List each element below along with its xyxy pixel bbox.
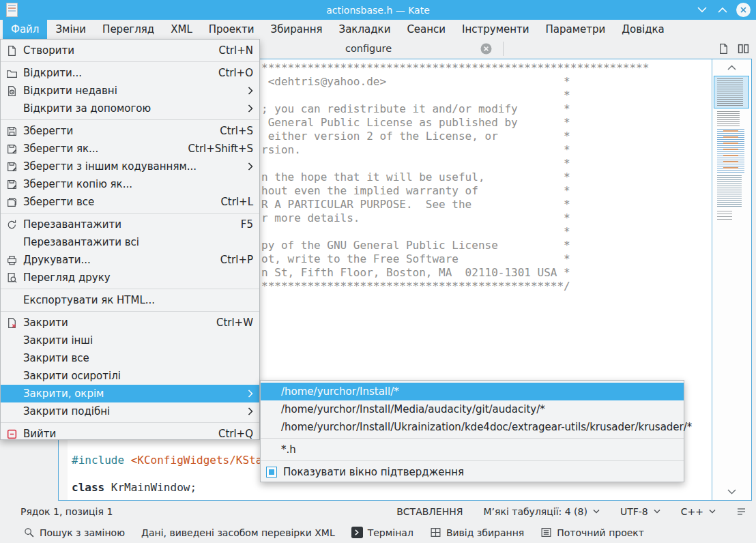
menu-item-close-all[interactable]: Закрити все <box>1 349 259 367</box>
submenu-item-path-install[interactable]: /home/yurchor/Install/* <box>261 383 684 400</box>
save-icon <box>6 126 18 137</box>
menu-item-reload-all[interactable]: Перезавантажити всі <box>1 233 259 251</box>
toolview-button-build-output[interactable]: Вивід збирання <box>430 527 524 538</box>
submenu-item-label: /home/yurchor/Install/Media/audacity/git… <box>281 403 545 415</box>
build-output-icon <box>430 527 441 538</box>
menubar-item-bookmarks[interactable]: Закладки <box>331 20 399 39</box>
menu-item-label: Відкрити недавні <box>23 85 238 97</box>
toolview-button-xml-check-output[interactable]: Дані, виведені засобом перевірки XML <box>141 527 335 538</box>
language-dropdown[interactable]: C++ <box>681 506 716 517</box>
toolview-button-current-project[interactable]: Поточний проект <box>540 527 644 538</box>
minimap-scrollbar[interactable] <box>712 59 751 500</box>
menu-item-label: Закрити подібні <box>23 405 238 417</box>
submenu-item-pattern-h[interactable]: *.h <box>261 441 684 458</box>
toolview-button-search-replace[interactable]: Пошук з заміною <box>23 527 125 538</box>
menu-item-shortcut: Ctrl+N <box>219 44 253 57</box>
menu-item-label: Створити <box>23 44 205 57</box>
new-document-icon[interactable] <box>718 43 729 55</box>
menu-separator <box>1 289 259 289</box>
print-icon <box>6 254 18 266</box>
menu-item-label: Зберегти копію як... <box>23 178 253 190</box>
titlebar[interactable]: actionsbase.h — Kate <box>0 0 756 20</box>
menubar-item-label: Перегляд <box>102 23 154 35</box>
icon-spacer <box>6 388 18 400</box>
statusbar: Рядок 1, позиція 1 ВСТАВЛЕННЯ М’які табу… <box>0 501 756 522</box>
menu-item-open-with[interactable]: Відкрити за допомогою <box>1 100 259 117</box>
menubar-item-view[interactable]: Перегляд <box>94 20 162 39</box>
submenu-item-path-audacity[interactable]: /home/yurchor/Install/Media/audacity/git… <box>261 400 684 418</box>
menu-item-export-html[interactable]: Експортувати як HTML... <box>1 291 259 309</box>
menu-item-reload[interactable]: ПерезавантажитиF5 <box>1 216 259 233</box>
menu-item-print-preview[interactable]: Перегляд друку <box>1 269 259 287</box>
tab-configure[interactable]: configure <box>287 39 450 59</box>
submenu-item-confirm-toggle[interactable]: Показувати вікно підтвердження <box>261 463 684 481</box>
menu-item-quit[interactable]: ВийтиCtrl+Q <box>1 425 259 443</box>
menu-item-open-recent[interactable]: Відкрити недавні <box>1 82 259 100</box>
close-icon[interactable] <box>736 3 751 17</box>
chevron-right-icon <box>248 104 253 113</box>
scroll-down-icon[interactable] <box>712 489 751 495</box>
menu-item-shortcut: F5 <box>241 218 253 231</box>
save-as-icon <box>6 161 18 173</box>
menu-item-close-like[interactable]: Закрити подібні <box>1 402 259 420</box>
tab-close-icon[interactable] <box>480 43 492 55</box>
menu-item-save-copy-as[interactable]: Зберегти копію як... <box>1 175 259 193</box>
menu-item-save-as[interactable]: Зберегти як...Ctrl+Shift+S <box>1 140 259 158</box>
menubar-item-settings[interactable]: Параметри <box>538 20 614 39</box>
menu-item-save-all[interactable]: Зберегти всеCtrl+L <box>1 193 259 211</box>
menubar-item-label: Закладки <box>339 23 391 35</box>
menu-item-print[interactable]: Друкувати...Ctrl+P <box>1 251 259 269</box>
include-keyword: #include <box>72 454 131 467</box>
minimap-text-block <box>717 111 740 126</box>
submenu-item-label: /home/yurchor/Install/* <box>281 385 399 398</box>
menubar-item-projects[interactable]: Проекти <box>201 20 263 39</box>
menubar-item-label: Файл <box>11 23 39 35</box>
line-settings-icon[interactable] <box>736 507 746 516</box>
menu-item-save[interactable]: ЗберегтиCtrl+S <box>1 122 259 140</box>
chevron-down-icon <box>654 509 660 514</box>
menubar-item-sessions[interactable]: Сеанси <box>398 20 454 39</box>
menubar-item-label: Проекти <box>209 23 255 35</box>
kate-window: actionsbase.h — Kate ФайлЗміниПереглядXM… <box>0 0 756 543</box>
submenu-item-path-krusader[interactable]: /home/yurchor/Install/Ukrainization/kde4… <box>261 418 684 436</box>
minimap-code-block <box>723 130 738 171</box>
menu-item-save-with-encoding[interactable]: Зберегти з іншим кодуванням... <box>1 158 259 175</box>
close-except-submenu: /home/yurchor/Install/*/home/yurchor/Ins… <box>260 380 684 482</box>
menu-item-open[interactable]: Відкрити...Ctrl+O <box>1 64 259 82</box>
menubar-item-help[interactable]: Довідка <box>613 20 673 39</box>
menu-item-new[interactable]: СтворитиCtrl+N <box>1 42 259 59</box>
quit-icon <box>6 428 18 440</box>
cursor-position[interactable]: Рядок 1, позиція 1 <box>20 506 113 517</box>
menu-item-close-other[interactable]: Закрити інші <box>1 332 259 349</box>
save-as-icon <box>6 179 18 190</box>
menu-item-close-orphaned[interactable]: Закрити осиротілі <box>1 367 259 385</box>
tab-mode-dropdown[interactable]: М’які табуляції: 4 (8) <box>484 506 600 517</box>
menubar-item-build[interactable]: Збирання <box>263 20 331 39</box>
menu-item-close-except[interactable]: Закрити, окрім <box>1 385 259 402</box>
maximize-icon[interactable] <box>716 3 729 17</box>
menubar-item-tools[interactable]: Інструменти <box>454 20 537 39</box>
encoding-dropdown[interactable]: UTF-8 <box>620 506 660 517</box>
menu-item-label: Закрити <box>23 317 203 329</box>
minimap-viewport[interactable] <box>714 76 749 108</box>
chevron-right-icon <box>248 390 253 398</box>
toolview-button-terminal[interactable]: Термінал <box>351 527 413 538</box>
checkbox-checked-icon[interactable] <box>266 467 277 478</box>
menu-item-shortcut: Ctrl+O <box>218 67 253 79</box>
scroll-up-icon[interactable] <box>712 65 751 70</box>
menubar-item-file[interactable]: Файл <box>3 20 47 39</box>
minimize-icon[interactable] <box>695 3 709 17</box>
insert-mode-button[interactable]: ВСТАВЛЕННЯ <box>396 506 463 517</box>
submenu-item-label: Показувати вікно підтвердження <box>283 466 464 478</box>
reload-icon <box>6 219 18 231</box>
menubar-item-edit[interactable]: Зміни <box>47 20 94 39</box>
menu-separator <box>261 460 684 461</box>
tool-view-bar: Пошук з заміноюДані, виведені засобом пе… <box>0 522 756 543</box>
menu-item-close[interactable]: ЗакритиCtrl+W <box>1 314 259 332</box>
menu-separator <box>1 311 259 312</box>
class-name: KrMainWindow; <box>104 481 197 494</box>
menubar-item-xml[interactable]: XML <box>162 20 201 39</box>
menu-item-label: Закрити, окрім <box>23 387 238 400</box>
new-file-icon <box>6 45 18 57</box>
split-view-icon[interactable] <box>738 43 749 55</box>
